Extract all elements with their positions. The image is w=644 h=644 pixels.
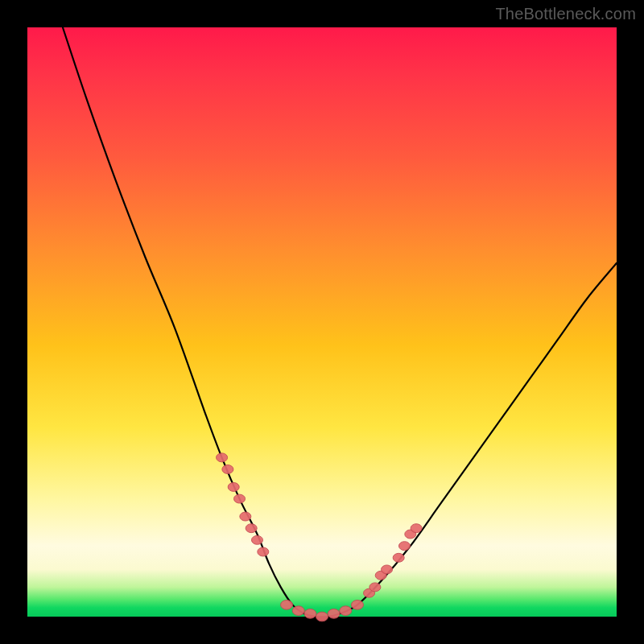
curve-marker — [251, 535, 262, 544]
curve-marker — [328, 609, 340, 618]
bottleneck-curve-path — [63, 27, 617, 617]
curve-marker — [398, 542, 410, 551]
curve-marker — [304, 609, 316, 618]
curve-marker — [340, 606, 352, 616]
chart-frame: TheBottleneck.com — [0, 0, 644, 644]
curve-marker — [228, 483, 239, 492]
curve-marker — [258, 547, 269, 556]
curve-marker — [393, 553, 404, 562]
curve-marker — [369, 583, 381, 592]
curve-layer — [27, 27, 617, 617]
highlighted-points — [217, 453, 423, 621]
curve-marker — [217, 453, 228, 462]
curve-marker — [240, 512, 251, 521]
curve-marker — [351, 601, 363, 610]
curve-marker — [281, 601, 293, 610]
curve-marker — [222, 465, 233, 474]
curve-marker — [316, 612, 328, 621]
watermark-text: TheBottleneck.com — [495, 5, 636, 23]
curve-marker — [411, 524, 422, 533]
curve-marker — [246, 524, 257, 533]
curve-marker — [292, 606, 304, 616]
curve-marker — [382, 565, 393, 574]
bottleneck-curve — [63, 27, 617, 617]
curve-marker — [234, 494, 246, 503]
plot-area — [27, 27, 617, 617]
